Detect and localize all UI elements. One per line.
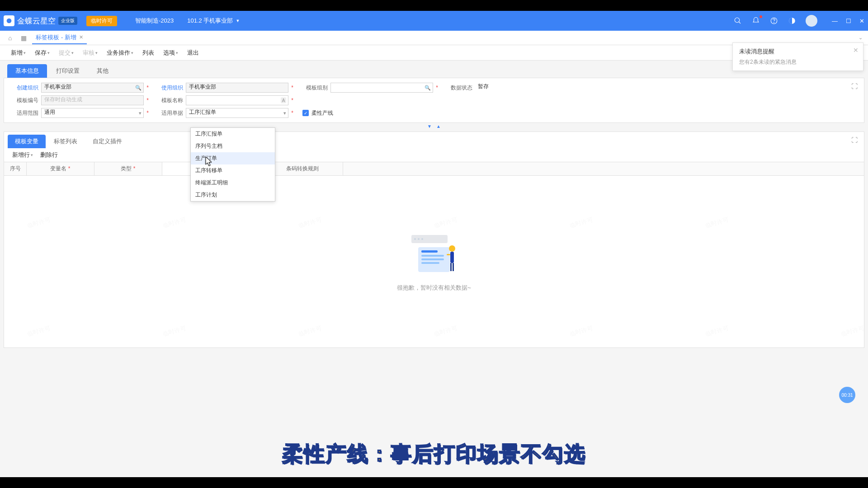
save-button[interactable]: 保存▾	[31, 47, 53, 59]
notification-body[interactable]: 您有2条未读的紧急消息	[739, 58, 857, 66]
use-org-label: 使用组织	[158, 84, 183, 92]
tab-print-settings[interactable]: 打印设置	[48, 64, 88, 78]
svg-point-7	[414, 238, 416, 240]
context-org[interactable]: 101.2 手机事业部 ▼	[187, 17, 240, 25]
required-marker: *	[146, 84, 149, 91]
video-caption: 柔性产线：事后打印场景不勾选	[282, 440, 586, 468]
titlebar: 金蝶云星空 企业版 临时许可 智能制造-2023 101.2 手机事业部 ▼ —…	[0, 11, 868, 31]
bell-icon[interactable]	[751, 16, 760, 25]
theme-icon[interactable]	[788, 16, 797, 25]
new-button[interactable]: 新增▾	[7, 47, 29, 59]
bizop-button[interactable]: 业务操作▾	[103, 47, 137, 59]
notification-title: 未读消息提醒	[739, 47, 857, 56]
grid-header: 序号 变量名 * 类型 * 条码转换规则	[4, 162, 864, 176]
notification-close-icon[interactable]: ✕	[853, 47, 859, 54]
chevron-down-icon: ▾	[283, 110, 286, 116]
svg-rect-13	[421, 258, 444, 260]
context-system[interactable]: 智能制造-2023	[135, 17, 174, 25]
svg-point-4	[774, 22, 774, 23]
svg-rect-6	[411, 235, 448, 243]
apps-icon[interactable]: ▦	[19, 34, 28, 42]
submit-button[interactable]: 提交▾	[55, 47, 77, 59]
use-org-input[interactable]: 手机事业部	[186, 83, 288, 93]
tab-label-list[interactable]: 标签列表	[47, 135, 85, 148]
chevron-down-icon: ▼	[236, 19, 240, 23]
lookup-icon[interactable]: 🔍	[425, 85, 431, 91]
svg-line-2	[739, 22, 741, 23]
svg-rect-14	[421, 262, 439, 264]
dropdown-option[interactable]: 终端派工明细	[191, 177, 275, 189]
svg-point-8	[418, 238, 420, 240]
add-row-button[interactable]: 新增行▾	[9, 150, 36, 160]
audit-button[interactable]: 审核▾	[79, 47, 101, 59]
product-name: 金蝶云星空	[17, 16, 56, 26]
notification-popup: ✕ 未读消息提醒 您有2条未读的紧急消息	[732, 42, 863, 71]
create-org-label: 创建组织	[13, 84, 38, 92]
tab-close-icon[interactable]: ✕	[79, 34, 83, 40]
lookup-icon[interactable]: 🔍	[135, 85, 142, 91]
license-badge: 临时许可	[86, 16, 117, 26]
col-seq[interactable]: 序号	[4, 162, 27, 175]
svg-rect-17	[450, 263, 452, 271]
bill-select[interactable]: 工序汇报单▾	[186, 108, 288, 118]
exit-button[interactable]: 退出	[184, 47, 203, 59]
logo-icon	[4, 15, 14, 26]
tab-active[interactable]: 标签模板 - 新增 ✕	[32, 32, 87, 44]
create-org-input[interactable]: 手机事业部🔍	[41, 83, 144, 93]
search-icon[interactable]	[733, 16, 742, 25]
tpl-group-input[interactable]: 🔍	[330, 83, 433, 93]
empty-text: 很抱歉，暂时没有相关数据~	[397, 284, 471, 292]
tpl-no-label: 模板编号	[13, 97, 38, 104]
lang-icon[interactable]: A	[281, 98, 287, 103]
tpl-name-label: 模板名称	[158, 97, 183, 104]
avatar[interactable]	[806, 15, 817, 27]
svg-rect-11	[421, 250, 438, 253]
empty-state: 很抱歉，暂时没有相关数据~	[4, 176, 864, 347]
svg-point-0	[7, 19, 12, 23]
collapse-down-icon[interactable]: ▼	[427, 124, 432, 129]
help-icon[interactable]	[769, 16, 778, 25]
svg-rect-19	[447, 254, 450, 255]
scope-label: 适用范围	[13, 109, 38, 117]
chevron-down-icon: ▾	[139, 110, 142, 116]
grid-panel: ⛶ 模板变量 标签列表 自定义插件 新增行▾ 删除行 序号 变量名 * 类型 *…	[4, 131, 864, 348]
dropdown-option[interactable]: 工序汇报单	[191, 128, 275, 140]
delete-row-button[interactable]: 删除行	[38, 150, 61, 160]
expand-down-icon[interactable]: ⌄	[859, 35, 863, 41]
tpl-no-input[interactable]: 保存时自动生成	[41, 95, 144, 105]
minimize-button[interactable]: —	[832, 18, 838, 24]
home-icon[interactable]: ⌂	[5, 34, 15, 42]
svg-rect-12	[421, 255, 444, 257]
dropdown-option[interactable]: 工序计划	[191, 189, 275, 201]
scope-select[interactable]: 通用▾	[41, 108, 144, 118]
tpl-name-input[interactable]: A	[186, 95, 288, 105]
timer-badge[interactable]: 00:31	[839, 387, 855, 403]
fullscreen-icon[interactable]: ⛶	[851, 136, 858, 144]
svg-rect-16	[450, 252, 454, 263]
dropdown-option[interactable]: 生产订单	[191, 152, 275, 164]
dropdown-option[interactable]: 序列号主档	[191, 140, 275, 152]
bill-label: 适用单据	[158, 109, 183, 117]
svg-point-15	[449, 245, 455, 252]
svg-rect-18	[453, 263, 454, 271]
col-type[interactable]: 类型 *	[94, 162, 162, 175]
tab-template-vars[interactable]: 模板变量	[8, 135, 46, 148]
fullscreen-icon[interactable]: ⛶	[851, 83, 858, 90]
tab-basic-info[interactable]: 基本信息	[7, 64, 47, 78]
col-varname[interactable]: 变量名 *	[27, 162, 94, 175]
tpl-group-label: 模板组别	[302, 84, 328, 92]
edition-badge: 企业版	[58, 17, 77, 25]
close-button[interactable]: ✕	[859, 18, 864, 24]
flexible-checkbox[interactable]: ✓	[302, 110, 309, 116]
bill-dropdown: 工序汇报单 序列号主档 生产订单 工序转移单 终端派工明细 工序计划	[190, 127, 275, 202]
collapse-up-icon[interactable]: ▲	[436, 124, 441, 129]
tab-other[interactable]: 其他	[89, 64, 117, 78]
option-button[interactable]: 选项▾	[160, 47, 182, 59]
dropdown-option[interactable]: 工序转移单	[191, 164, 275, 177]
tab-custom-plugins[interactable]: 自定义插件	[85, 135, 129, 148]
maximize-button[interactable]: ☐	[846, 18, 851, 24]
list-button[interactable]: 列表	[139, 47, 158, 59]
form-panel: ⛶ 创建组织 手机事业部🔍 * 使用组织 手机事业部 * 模板组别 🔍 *	[4, 78, 864, 123]
flexible-label: 柔性产线	[311, 109, 333, 117]
product-logo: 金蝶云星空 企业版	[4, 15, 77, 26]
